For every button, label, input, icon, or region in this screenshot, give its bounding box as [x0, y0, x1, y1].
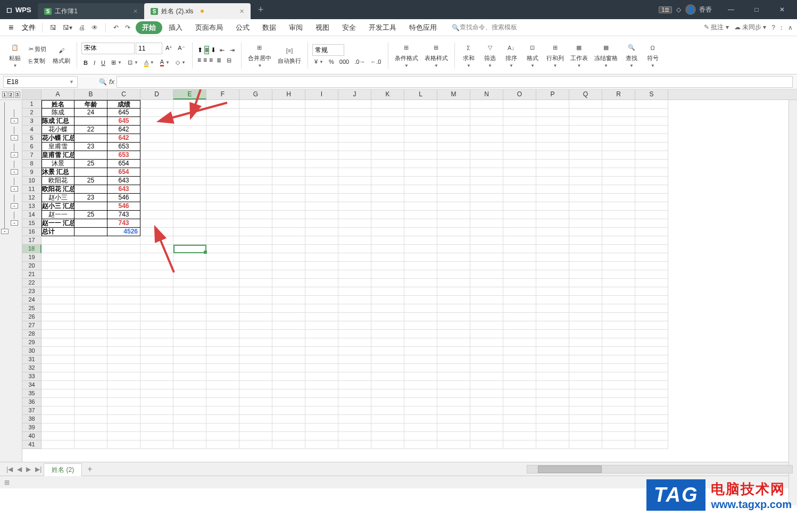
cell[interactable]	[470, 423, 503, 432]
underline-button[interactable]: U	[99, 59, 107, 67]
cell[interactable]	[635, 423, 668, 432]
symbol-button[interactable]: Ω符号▼	[643, 41, 662, 69]
cell[interactable]	[371, 109, 404, 117]
cell[interactable]	[635, 296, 668, 304]
cell[interactable]	[503, 262, 536, 270]
cell[interactable]	[569, 253, 602, 262]
cell[interactable]	[272, 177, 305, 185]
table-style-button[interactable]: ⊞ 表格样式▼	[422, 41, 450, 69]
decrease-decimal-button[interactable]: ←.0	[368, 57, 383, 66]
cell[interactable]	[140, 313, 173, 321]
cell[interactable]: 24	[74, 109, 107, 117]
cell[interactable]	[140, 440, 173, 449]
cell[interactable]	[536, 100, 569, 109]
cell[interactable]	[404, 304, 437, 313]
cell[interactable]	[206, 202, 239, 211]
cell[interactable]	[338, 245, 371, 253]
cell[interactable]	[536, 296, 569, 304]
cell[interactable]	[602, 406, 635, 415]
fill-color-button[interactable]: ◬▼	[142, 57, 156, 68]
row-header[interactable]: 9	[22, 168, 41, 177]
cell[interactable]	[173, 338, 206, 347]
cell[interactable]	[173, 313, 206, 321]
cell[interactable]: 654	[107, 168, 140, 177]
cell[interactable]	[239, 381, 272, 389]
cell[interactable]	[239, 389, 272, 398]
cell[interactable]	[305, 100, 338, 109]
cell[interactable]: 成绩	[107, 100, 140, 109]
cell[interactable]	[602, 313, 635, 321]
cell[interactable]	[239, 313, 272, 321]
cell[interactable]	[206, 245, 239, 253]
cell[interactable]	[371, 143, 404, 151]
cell[interactable]	[371, 423, 404, 432]
filter-button[interactable]: ▽筛选▼	[480, 41, 500, 69]
cell[interactable]	[272, 381, 305, 389]
font-name-select[interactable]	[81, 43, 135, 54]
copy-button[interactable]: ⎘ 复制	[27, 56, 48, 66]
cell[interactable]	[470, 236, 503, 245]
cell[interactable]	[404, 321, 437, 330]
cell[interactable]	[239, 194, 272, 202]
cell[interactable]	[602, 389, 635, 398]
cell[interactable]	[305, 287, 338, 296]
cell[interactable]	[371, 304, 404, 313]
cell[interactable]	[635, 177, 668, 185]
cell[interactable]	[338, 338, 371, 347]
cell[interactable]	[206, 432, 239, 440]
cell[interactable]	[173, 330, 206, 338]
cell[interactable]	[635, 372, 668, 381]
cell[interactable]	[503, 270, 536, 279]
cell[interactable]	[635, 364, 668, 372]
tab-view[interactable]: 视图	[309, 21, 336, 35]
cell[interactable]	[107, 355, 140, 364]
cell[interactable]	[371, 279, 404, 287]
cell[interactable]	[371, 313, 404, 321]
row-header[interactable]: 7	[22, 151, 41, 160]
cell[interactable]	[107, 279, 140, 287]
cell[interactable]	[371, 194, 404, 202]
row-header[interactable]: 26	[22, 313, 41, 321]
cell[interactable]	[239, 160, 272, 168]
cell[interactable]	[272, 330, 305, 338]
cell[interactable]	[338, 364, 371, 372]
cell[interactable]	[41, 313, 74, 321]
cell[interactable]	[569, 228, 602, 236]
cell[interactable]	[470, 287, 503, 296]
cell[interactable]	[536, 202, 569, 211]
cell[interactable]: 25	[74, 177, 107, 185]
cell[interactable]	[503, 134, 536, 143]
cell[interactable]	[272, 211, 305, 219]
cell[interactable]	[470, 347, 503, 355]
cell[interactable]	[404, 338, 437, 347]
cell[interactable]	[140, 338, 173, 347]
cell[interactable]	[470, 304, 503, 313]
cell[interactable]	[272, 245, 305, 253]
cell[interactable]	[602, 143, 635, 151]
cell[interactable]: 皇甫雪	[41, 143, 74, 151]
cell[interactable]	[635, 279, 668, 287]
cell[interactable]	[569, 168, 602, 177]
cell[interactable]	[602, 440, 635, 449]
row-header[interactable]: 16	[22, 228, 41, 236]
close-icon[interactable]: ×	[239, 7, 244, 15]
cell[interactable]	[371, 381, 404, 389]
cell[interactable]	[569, 270, 602, 279]
cell[interactable]	[74, 406, 107, 415]
wrap-button[interactable]: [≡] 自动换行	[276, 44, 303, 66]
cell[interactable]	[371, 296, 404, 304]
cell[interactable]	[503, 330, 536, 338]
cell[interactable]: 645	[107, 109, 140, 117]
cell[interactable]: 645	[107, 117, 140, 126]
row-header[interactable]: 10	[22, 177, 41, 185]
cell[interactable]	[470, 185, 503, 194]
cell[interactable]	[74, 398, 107, 406]
cell[interactable]	[74, 432, 107, 440]
cell[interactable]	[470, 355, 503, 364]
cell[interactable]	[173, 364, 206, 372]
cell[interactable]	[338, 304, 371, 313]
cell[interactable]	[140, 432, 173, 440]
cell[interactable]	[635, 313, 668, 321]
cell[interactable]	[371, 185, 404, 194]
cell[interactable]	[338, 270, 371, 279]
